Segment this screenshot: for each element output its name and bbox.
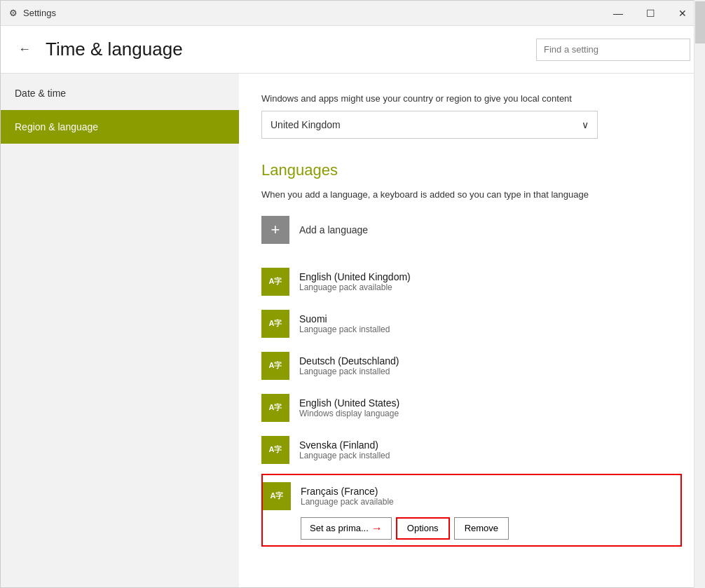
list-item[interactable]: A字 English (United Kingdom) Language pac… [261,261,682,303]
language-list: A字 English (United Kingdom) Language pac… [261,261,682,547]
lang-info: English (United States) Windows display … [299,397,399,418]
language-name: Svenska (Finland) [299,439,390,451]
selected-language-item[interactable]: A字 Français (France) Language pack avail… [261,474,682,547]
lang-info: English (United Kingdom) Language pack a… [299,271,411,292]
language-icon: A字 [261,352,289,380]
language-status: Language pack available [301,497,394,507]
lang-icon-text: A字 [269,404,282,411]
header-left: ← Time & language [12,37,183,62]
window-title: Settings [23,8,56,18]
language-status: Language pack installed [299,451,390,460]
language-name: English (United States) [299,397,399,409]
search-input[interactable] [536,39,690,61]
lang-icon-text: A字 [271,492,284,500]
remove-label: Remove [465,523,498,533]
add-icon: + [261,216,289,244]
language-status: Language pack installed [299,367,399,376]
selected-country: United Kingdom [271,119,341,130]
list-item[interactable]: A字 Deutsch (Deutschland) Language pack i… [261,345,682,387]
language-name: Français (France) [301,486,394,497]
language-icon: A字 [261,436,289,464]
set-as-primary-button[interactable]: Set as prima... → [301,517,392,540]
language-status: Language pack available [299,282,411,292]
lang-info: Français (France) Language pack availabl… [301,486,394,507]
content-area: Date & time Region & language Windows an… [1,74,704,587]
sidebar-item-label: Region & language [15,121,98,132]
back-icon: ← [18,42,31,57]
language-name: Suomi [299,313,390,324]
country-dropdown[interactable]: United Kingdom ∨ [261,111,598,139]
title-bar-controls: — ☐ ✕ [602,2,699,25]
scrollbar[interactable] [694,74,704,587]
language-name: Deutsch (Deutschland) [299,355,399,367]
francais-item[interactable]: A字 Français (France) Language pack avail… [263,475,680,514]
set-primary-label: Set as prima... [310,523,369,533]
lang-icon-text: A字 [269,446,282,453]
lang-info: Suomi Language pack installed [299,313,390,334]
remove-button[interactable]: Remove [454,517,509,540]
add-language-label: Add a language [299,224,368,235]
language-icon: A字 [261,310,289,338]
languages-description: When you add a language, a keyboard is a… [261,188,682,202]
settings-window: ⚙ Settings — ☐ ✕ ← Time & language Date … [0,0,705,588]
dropdown-arrow-icon: ∨ [582,119,589,130]
language-name: English (United Kingdom) [299,271,411,282]
sidebar-item-date-time[interactable]: Date & time [1,76,239,110]
settings-icon: ⚙ [9,8,18,18]
options-button[interactable]: Options [396,517,450,540]
lang-icon-text: A字 [269,278,282,285]
lang-info: Deutsch (Deutschland) Language pack inst… [299,355,399,376]
lang-info: Svenska (Finland) Language pack installe… [299,439,390,460]
back-button[interactable]: ← [12,37,37,62]
list-item[interactable]: A字 Suomi Language pack installed [261,303,682,345]
languages-title: Languages [261,161,682,179]
sidebar-item-region-language[interactable]: Region & language [1,110,239,144]
arrow-right-icon: → [371,522,383,535]
page-title: Time & language [46,39,183,60]
language-status: Language pack installed [299,324,390,334]
lang-icon-text: A字 [269,320,282,327]
minimize-button[interactable]: — [602,2,634,25]
lang-icon-text: A字 [269,362,282,369]
language-icon: A字 [261,268,289,296]
language-status: Windows display language [299,409,399,418]
maximize-button[interactable]: ☐ [634,2,666,25]
sidebar-item-label: Date & time [15,88,66,99]
language-icon: A字 [261,394,289,422]
list-item[interactable]: A字 Svenska (Finland) Language pack insta… [261,429,682,471]
header-bar: ← Time & language [1,26,704,74]
country-section-label: Windows and apps might use your country … [261,93,682,104]
language-action-bar: Set as prima... → Options Remove [263,514,680,545]
options-label: Options [407,523,439,533]
sidebar: Date & time Region & language [1,74,239,587]
title-bar-left: ⚙ Settings [9,8,56,18]
add-language-button[interactable]: + Add a language [261,216,682,244]
main-content: Windows and apps might use your country … [239,74,704,587]
language-icon: A字 [263,482,291,510]
title-bar: ⚙ Settings — ☐ ✕ [1,1,704,26]
list-item[interactable]: A字 English (United States) Windows displ… [261,387,682,429]
